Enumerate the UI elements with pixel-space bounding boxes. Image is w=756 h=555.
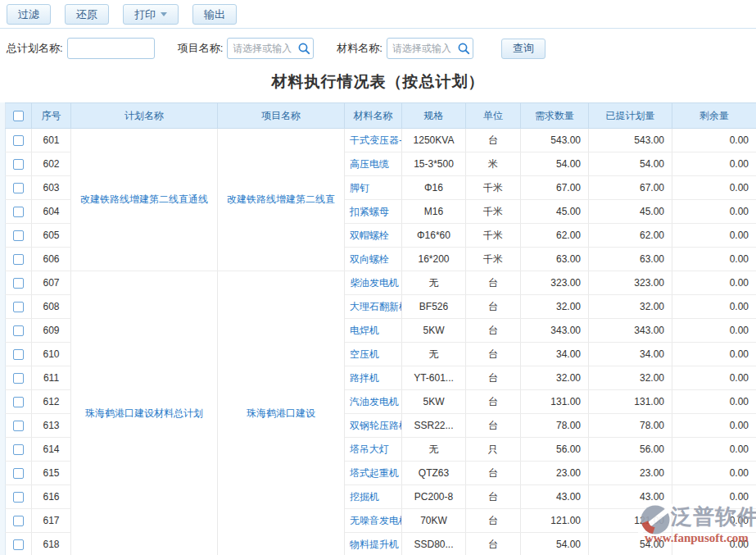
row-checkbox[interactable] (13, 159, 24, 170)
cell-seq: 612 (32, 390, 71, 414)
cell-material-name[interactable]: 空压机 (345, 343, 402, 366)
cell-seq: 602 (32, 152, 71, 176)
cell-planned-qty: 32.00 (589, 366, 672, 390)
cell-planned-qty: 54.00 (589, 533, 672, 555)
filter-bar: 总计划名称: 项目名称: 材料名称: 查询 (0, 29, 756, 61)
row-checkbox[interactable] (13, 421, 24, 431)
cell-planned-qty: 34.00 (589, 343, 672, 366)
cell-material-name[interactable]: 大理石翻新机 (345, 295, 402, 319)
total-plan-name-input[interactable] (67, 38, 155, 59)
table-header: 序号 计划名称 项目名称 材料名称 规格 单位 需求数量 已提计划量 剩余量 (6, 103, 756, 129)
cell-material-name[interactable]: 双钢轮压路机 (345, 414, 402, 438)
cell-unit: 米 (466, 152, 521, 176)
column-header-remaining: 剩余量 (672, 103, 756, 129)
row-checkbox[interactable] (13, 302, 24, 312)
search-icon[interactable] (457, 42, 470, 55)
cell-planned-qty: 54.00 (589, 152, 672, 176)
select-all-checkbox[interactable] (13, 111, 24, 121)
cell-plan-name[interactable]: 改建铁路线增建第二线直通线 (71, 129, 218, 271)
row-checkbox[interactable] (13, 468, 24, 479)
print-button-label: 打印 (134, 7, 156, 22)
row-checkbox[interactable] (13, 492, 24, 503)
row-checkbox[interactable] (13, 135, 24, 146)
cell-planned-qty: 56.00 (589, 438, 672, 462)
cell-material-name[interactable]: 干式变压器- (345, 129, 402, 152)
row-checkbox-cell (6, 200, 32, 224)
row-checkbox[interactable] (13, 516, 24, 526)
cell-remaining-qty: 0.00 (672, 366, 756, 390)
cell-material-name[interactable]: 物料提升机 (345, 533, 402, 555)
cell-material-name[interactable]: 无噪音发电机 (345, 509, 402, 533)
cell-unit: 台 (466, 509, 521, 533)
cell-material-name[interactable]: 扣紧螺母 (345, 200, 402, 224)
cell-unit: 台 (466, 319, 521, 343)
cell-material-name[interactable]: 电焊机 (345, 319, 402, 343)
cell-required-qty: 78.00 (521, 414, 589, 438)
column-header-plan: 计划名称 (71, 103, 218, 129)
cell-spec: SSD80... (402, 533, 466, 555)
row-checkbox[interactable] (13, 254, 24, 265)
row-checkbox[interactable] (13, 444, 24, 455)
cell-material-name[interactable]: 挖掘机 (345, 485, 402, 509)
cell-material-name[interactable]: 双帽螺栓 (345, 224, 402, 248)
cell-planned-qty: 131.00 (589, 390, 672, 414)
cell-seq: 610 (32, 343, 71, 366)
row-checkbox[interactable] (13, 539, 24, 550)
cell-unit: 台 (466, 462, 521, 485)
table-body: 601改建铁路线增建第二线直通线改建铁路线增建第二线直干式变压器-1250KVA… (6, 129, 756, 555)
row-checkbox-cell (6, 414, 32, 438)
material-name-label: 材料名称: (337, 41, 383, 56)
row-checkbox[interactable] (13, 207, 24, 217)
cell-unit: 台 (466, 129, 521, 152)
cell-plan-name[interactable]: 珠海鹤港口建设材料总计划 (71, 271, 218, 555)
cell-unit: 台 (466, 366, 521, 390)
cell-required-qty: 32.00 (521, 295, 589, 319)
cell-spec: 5KW (402, 390, 466, 414)
cell-material-name[interactable]: 塔式起重机 (345, 462, 402, 485)
restore-button[interactable]: 还原 (65, 4, 109, 25)
search-icon[interactable] (297, 42, 310, 55)
query-button[interactable]: 查询 (501, 39, 545, 59)
total-plan-name-label: 总计划名称: (7, 41, 63, 56)
row-checkbox[interactable] (13, 397, 24, 407)
row-checkbox-cell (6, 224, 32, 248)
filter-button[interactable]: 过滤 (7, 4, 51, 25)
cell-seq: 616 (32, 485, 71, 509)
cell-unit: 台 (466, 414, 521, 438)
cell-material-name[interactable]: 汽油发电机 (345, 390, 402, 414)
cell-remaining-qty: 0.00 (672, 200, 756, 224)
cell-spec: 15-3*500 (402, 152, 466, 176)
cell-planned-qty: 62.00 (589, 224, 672, 248)
cell-unit: 千米 (466, 176, 521, 200)
cell-material-name[interactable]: 柴油发电机 (345, 271, 402, 295)
cell-material-name[interactable]: 高压电缆 (345, 152, 402, 176)
cell-seq: 603 (32, 176, 71, 200)
chevron-down-icon (161, 12, 167, 16)
cell-spec: BF526 (402, 295, 466, 319)
row-checkbox[interactable] (13, 230, 24, 241)
cell-remaining-qty: 0.00 (672, 152, 756, 176)
export-button[interactable]: 输出 (192, 4, 237, 25)
row-checkbox[interactable] (13, 373, 24, 384)
cell-spec: 无 (402, 438, 466, 462)
cell-material-name[interactable]: 双向螺栓 (345, 248, 402, 271)
row-checkbox[interactable] (13, 183, 24, 193)
row-checkbox[interactable] (13, 349, 24, 360)
cell-project-name[interactable]: 改建铁路线增建第二线直 (218, 129, 345, 271)
row-checkbox[interactable] (13, 325, 24, 336)
cell-spec: QTZ63 (402, 462, 466, 485)
cell-required-qty: 32.00 (521, 366, 589, 390)
row-checkbox[interactable] (13, 278, 24, 289)
cell-remaining-qty: 0.00 (672, 343, 756, 366)
row-checkbox-cell (6, 390, 32, 414)
cell-material-name[interactable]: 路拌机 (345, 366, 402, 390)
print-button[interactable]: 打印 (123, 4, 179, 25)
cell-unit: 千米 (466, 248, 521, 271)
cell-seq: 605 (32, 224, 71, 248)
row-checkbox-cell (6, 176, 32, 200)
cell-material-name[interactable]: 脚钉 (345, 176, 402, 200)
row-checkbox-cell (6, 271, 32, 295)
cell-material-name[interactable]: 塔吊大灯 (345, 438, 402, 462)
cell-planned-qty: 543.00 (589, 129, 672, 152)
cell-project-name[interactable]: 珠海鹤港口建设 (218, 271, 345, 555)
